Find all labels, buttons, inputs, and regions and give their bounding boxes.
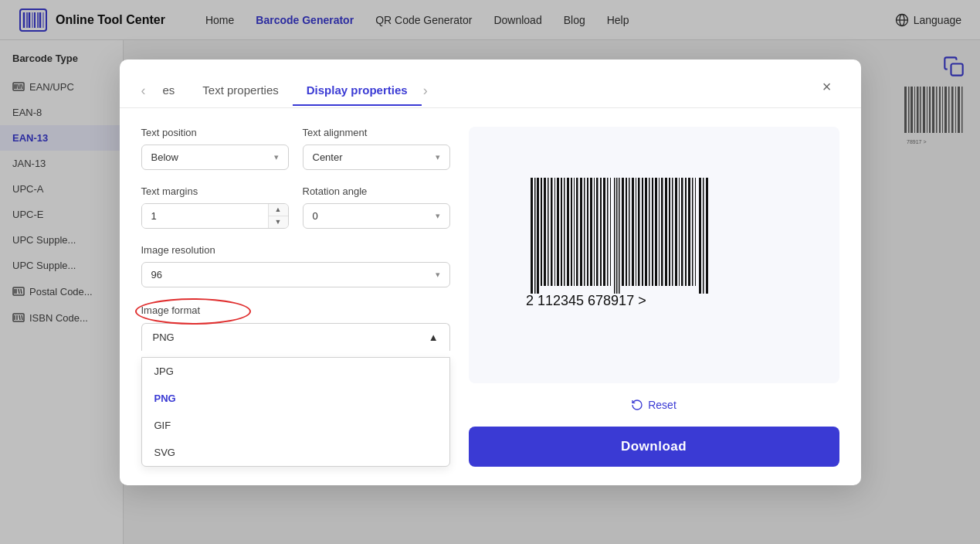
svg-rect-81 <box>636 178 636 286</box>
svg-rect-92 <box>672 178 673 286</box>
svg-rect-75 <box>616 178 618 294</box>
modal-body: Text position Below ▾ Text alignment Cen… <box>120 108 861 485</box>
svg-rect-55 <box>551 178 553 286</box>
image-resolution-group: Image resolution 96 ▾ <box>141 244 450 287</box>
modal: ‹ es Text properties Display properties … <box>120 60 861 485</box>
svg-rect-89 <box>661 178 663 286</box>
text-margins-input[interactable] <box>142 204 268 228</box>
svg-rect-72 <box>607 178 609 286</box>
format-option-gif[interactable]: GIF <box>142 412 449 439</box>
svg-rect-78 <box>626 178 627 286</box>
text-pos-align-row: Text position Below ▾ Text alignment Cen… <box>141 127 450 170</box>
svg-rect-83 <box>642 178 643 286</box>
barcode-text: 2 112345 678917 > <box>526 293 646 308</box>
svg-rect-76 <box>619 178 620 294</box>
image-format-chevron-up: ▲ <box>429 332 439 343</box>
svg-rect-91 <box>669 178 670 286</box>
svg-rect-73 <box>610 178 611 286</box>
svg-rect-96 <box>685 178 687 286</box>
text-alignment-label: Text alignment <box>303 127 450 138</box>
svg-rect-98 <box>692 178 693 286</box>
svg-rect-65 <box>584 178 585 286</box>
format-option-svg[interactable]: SVG <box>142 439 449 466</box>
svg-rect-95 <box>681 178 683 286</box>
svg-rect-61 <box>571 178 572 286</box>
text-alignment-group: Text alignment Center ▾ <box>303 127 450 170</box>
barcode-svg-wrapper: 2 112345 678917 > <box>515 170 793 340</box>
rotation-angle-value: 0 <box>313 210 318 222</box>
reset-button[interactable]: Reset <box>631 396 677 414</box>
svg-rect-50 <box>534 178 536 294</box>
text-position-group: Text position Below ▾ <box>141 127 289 170</box>
download-button[interactable]: Download <box>469 427 839 467</box>
svg-rect-60 <box>567 178 569 286</box>
svg-rect-63 <box>576 178 578 286</box>
svg-rect-70 <box>600 178 602 286</box>
barcode-preview-box: 2 112345 678917 > <box>469 127 839 383</box>
format-dropdown: JPG PNG GIF SVG <box>141 357 450 467</box>
modal-close-button[interactable]: × <box>815 75 839 100</box>
image-format-label: Image format <box>141 304 201 316</box>
text-position-label: Text position <box>141 127 289 138</box>
svg-rect-82 <box>638 178 640 286</box>
margins-up-button[interactable]: ▲ <box>269 204 288 216</box>
svg-rect-84 <box>645 178 647 286</box>
rotation-angle-chevron: ▾ <box>436 211 440 221</box>
image-resolution-select[interactable]: 96 ▾ <box>141 262 450 287</box>
rotation-angle-select[interactable]: 0 ▾ <box>303 203 450 229</box>
svg-rect-93 <box>675 178 677 286</box>
text-position-chevron: ▾ <box>274 152 279 162</box>
svg-rect-66 <box>587 178 588 286</box>
modal-header: ‹ es Text properties Display properties … <box>120 60 861 108</box>
svg-rect-57 <box>557 178 559 286</box>
rotation-angle-group: Rotation angle 0 ▾ <box>303 185 450 229</box>
text-alignment-value: Center <box>313 151 343 163</box>
svg-rect-74 <box>614 178 615 294</box>
modal-left-panel: Text position Below ▾ Text alignment Cen… <box>141 127 450 467</box>
text-position-select[interactable]: Below ▾ <box>141 144 289 170</box>
reset-label: Reset <box>648 399 677 411</box>
text-margins-group: Text margins ▲ ▼ <box>141 185 289 229</box>
svg-rect-71 <box>603 178 605 286</box>
svg-rect-49 <box>531 178 533 294</box>
tab-text-properties[interactable]: Text properties <box>188 76 292 106</box>
svg-rect-87 <box>655 178 657 286</box>
svg-rect-94 <box>679 178 680 286</box>
svg-rect-59 <box>564 178 565 286</box>
image-format-label-wrapper: Image format <box>141 303 450 317</box>
svg-rect-80 <box>632 178 634 286</box>
reset-area: Reset <box>469 396 839 414</box>
barcode-svg: 2 112345 678917 > <box>515 170 793 325</box>
svg-rect-99 <box>695 178 696 286</box>
image-resolution-chevron: ▾ <box>436 270 440 280</box>
rotation-angle-label: Rotation angle <box>303 185 450 197</box>
svg-rect-56 <box>554 178 555 286</box>
tab-display-properties[interactable]: Display properties <box>293 76 422 106</box>
svg-rect-102 <box>706 178 708 294</box>
format-option-png[interactable]: PNG <box>142 385 449 412</box>
tab-next-arrow[interactable]: › <box>423 83 428 99</box>
image-format-select-open[interactable]: PNG ▲ <box>141 323 450 351</box>
svg-rect-101 <box>703 178 704 294</box>
tab-prev-arrow[interactable]: ‹ <box>141 83 146 99</box>
text-margins-label: Text margins <box>141 185 289 197</box>
svg-rect-79 <box>629 178 630 286</box>
svg-rect-53 <box>544 178 546 286</box>
text-position-value: Below <box>151 151 178 163</box>
format-option-jpg[interactable]: JPG <box>142 358 449 385</box>
svg-rect-85 <box>649 178 650 286</box>
svg-rect-90 <box>665 178 667 286</box>
svg-rect-97 <box>688 178 690 286</box>
image-resolution-value: 96 <box>151 269 162 280</box>
svg-rect-67 <box>590 178 592 286</box>
margins-arrows: ▲ ▼ <box>268 204 288 228</box>
image-format-current-value: PNG <box>153 332 175 343</box>
margins-down-button[interactable]: ▼ <box>269 216 288 228</box>
svg-rect-68 <box>594 178 595 286</box>
svg-rect-62 <box>574 178 575 286</box>
text-alignment-select[interactable]: Center ▾ <box>303 144 450 170</box>
svg-rect-86 <box>652 178 653 286</box>
modal-right-panel: 2 112345 678917 > Reset Download <box>469 127 839 467</box>
tab-es[interactable]: es <box>149 76 189 106</box>
svg-rect-52 <box>541 178 542 286</box>
